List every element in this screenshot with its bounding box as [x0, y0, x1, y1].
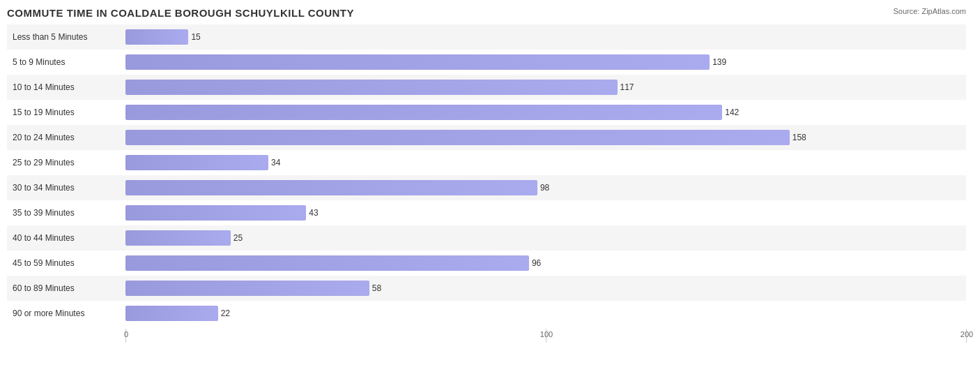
bar-row: 10 to 14 Minutes117: [7, 75, 966, 100]
bar-label: 60 to 89 Minutes: [7, 283, 125, 293]
axis-tick-label: 200: [960, 330, 973, 338]
bar-row: 90 or more Minutes22: [7, 301, 966, 326]
source-label: Source: ZipAtlas.com: [893, 7, 966, 15]
bar-row: 15 to 19 Minutes142: [7, 100, 966, 125]
bar-label: 90 or more Minutes: [7, 308, 125, 318]
axis-area: 0100200: [125, 329, 966, 343]
axis-tick: 0: [125, 329, 130, 343]
bar-row: 20 to 24 Minutes158: [7, 125, 966, 150]
bar-row: 40 to 44 Minutes25: [7, 225, 966, 251]
bar-row: Less than 5 Minutes15: [7, 24, 966, 50]
bar-track: 139: [125, 54, 966, 70]
bar-label: 35 to 39 Minutes: [7, 208, 125, 218]
bar-label: 30 to 34 Minutes: [7, 183, 125, 193]
axis-tick: 200: [966, 329, 979, 343]
bar-track: 158: [125, 130, 966, 145]
bar-value: 34: [271, 158, 280, 167]
bar-value: 22: [221, 308, 230, 318]
bar-track: 142: [125, 105, 966, 120]
bar-value: 142: [725, 107, 739, 117]
bar-fill: [125, 205, 306, 221]
bar-label: 10 to 14 Minutes: [7, 82, 125, 92]
bar-fill: [125, 54, 710, 70]
bar-value: 25: [233, 233, 243, 243]
bar-value: 15: [191, 32, 200, 42]
bar-fill: [125, 180, 537, 195]
bar-fill: [125, 155, 268, 170]
bar-value: 117: [620, 82, 634, 92]
bar-value: 158: [793, 133, 806, 142]
bar-label: 25 to 29 Minutes: [7, 158, 125, 167]
bar-track: 58: [125, 281, 966, 296]
bar-fill: [125, 105, 722, 120]
bar-label: 40 to 44 Minutes: [7, 233, 125, 243]
axis-tick-label: 0: [124, 330, 128, 338]
bar-track: 34: [125, 155, 966, 170]
bar-label: 45 to 59 Minutes: [7, 258, 125, 268]
bar-value: 96: [532, 258, 541, 268]
bar-value: 139: [712, 57, 726, 67]
bar-track: 43: [125, 205, 966, 221]
bar-value: 58: [372, 283, 381, 293]
bar-value: 98: [540, 183, 549, 193]
axis-tick-label: 100: [540, 330, 553, 338]
bar-row: 35 to 39 Minutes43: [7, 200, 966, 225]
bar-row: 60 to 89 Minutes58: [7, 276, 966, 301]
bar-track: 96: [125, 255, 966, 271]
chart-container: COMMUTE TIME IN COALDALE BOROUGH SCHUYLK…: [0, 0, 980, 365]
bar-row: 25 to 29 Minutes34: [7, 150, 966, 175]
bars-area: Less than 5 Minutes155 to 9 Minutes13910…: [7, 24, 966, 326]
bar-track: 25: [125, 230, 966, 246]
bar-fill: [125, 306, 218, 321]
bar-label: 15 to 19 Minutes: [7, 107, 125, 117]
chart-title: COMMUTE TIME IN COALDALE BOROUGH SCHUYLK…: [7, 7, 966, 19]
bar-track: 15: [125, 29, 966, 45]
bar-fill: [125, 230, 231, 246]
bar-track: 98: [125, 180, 966, 195]
axis-tick: 100: [546, 329, 559, 343]
bar-fill: [125, 29, 188, 45]
bar-row: 5 to 9 Minutes139: [7, 50, 966, 75]
bar-fill: [125, 130, 790, 145]
bar-row: 30 to 34 Minutes98: [7, 175, 966, 200]
bar-label: Less than 5 Minutes: [7, 32, 125, 42]
bar-fill: [125, 80, 618, 95]
bar-fill: [125, 281, 369, 296]
bar-track: 22: [125, 306, 966, 321]
bar-fill: [125, 255, 529, 271]
bar-value: 43: [309, 208, 318, 218]
bar-track: 117: [125, 80, 966, 95]
bar-label: 5 to 9 Minutes: [7, 57, 125, 67]
bar-row: 45 to 59 Minutes96: [7, 251, 966, 276]
bar-label: 20 to 24 Minutes: [7, 133, 125, 142]
